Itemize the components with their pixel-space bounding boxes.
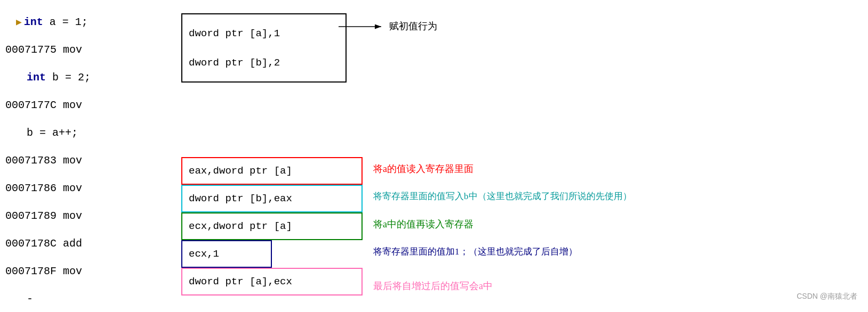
- source-text-3: b = a++;: [27, 127, 78, 139]
- box-green: ecx,dword ptr [a]: [181, 212, 363, 240]
- box-red-text: eax,dword ptr [a]: [189, 165, 292, 177]
- source-text-2: b = 2;: [46, 71, 91, 84]
- box-black-line1: dword ptr [a],1: [189, 28, 339, 39]
- addr-3: 00071783: [5, 154, 57, 167]
- box-black: dword ptr [a],1 dword ptr [b],2: [181, 13, 347, 83]
- mnemonic-3: mov: [63, 154, 82, 167]
- asm-line-5: 00071789 mov: [5, 202, 181, 229]
- source-text-1: a = 1;: [43, 16, 88, 28]
- arrow-indicator: ▶: [16, 16, 22, 28]
- mnemonic-4: mov: [63, 182, 82, 194]
- addr-7: 0007178F: [5, 265, 57, 277]
- source-line-4: -: [5, 285, 181, 312]
- addr-5: 00071789: [5, 210, 57, 222]
- asm-line-7: 0007178F mov: [5, 257, 181, 285]
- mnemonic-2: mov: [63, 99, 82, 111]
- asm-line-1: 00071775 mov: [5, 36, 181, 63]
- source-line-2: int b = 2;: [5, 63, 181, 91]
- box-black-label: 赋初值行为: [389, 20, 437, 32]
- source-text-4: -: [27, 293, 33, 305]
- box-cyan-text: dword ptr [b],eax: [189, 193, 292, 204]
- left-panel: ▶ int a = 1; 00071775 mov int b = 2; 000…: [0, 5, 181, 307]
- ann-text-green: 将a中的值再读入寄存器: [373, 218, 473, 231]
- mnemonic-5: mov: [63, 210, 82, 222]
- ann-text-cyan: 将寄存器里面的值写入b中（这里也就完成了我们所说的先使用）: [373, 190, 632, 202]
- ann-text-navy: 将寄存器里面的值加1；（这里也就完成了后自增）: [373, 245, 577, 258]
- box-pink: dword ptr [a],ecx: [181, 268, 363, 295]
- box-red: eax,dword ptr [a]: [181, 157, 363, 185]
- addr-4: 00071786: [5, 182, 57, 194]
- addr-6: 0007178C: [5, 237, 57, 250]
- source-line-1: ▶ int a = 1;: [5, 8, 181, 36]
- annotation-area: dword ptr [a],1 dword ptr [b],2 赋初值行为 ea…: [181, 8, 868, 307]
- addr-2: 0007177C: [5, 99, 57, 111]
- ann-text-pink: 最后将自增过后的值写会a中: [373, 280, 493, 292]
- watermark: CSDN @南猿北者: [797, 292, 857, 301]
- asm-line-3: 00071783 mov: [5, 146, 181, 174]
- right-panel: dword ptr [a],1 dword ptr [b],2 赋初值行为 ea…: [181, 5, 868, 307]
- mnemonic-7: mov: [63, 265, 82, 277]
- box-green-text: ecx,dword ptr [a]: [189, 220, 292, 232]
- asm-line-2: 0007177C mov: [5, 91, 181, 119]
- box-pink-text: dword ptr [a],ecx: [189, 276, 292, 288]
- asm-line-4: 00071786 mov: [5, 174, 181, 202]
- box-navy-text: ecx,1: [189, 248, 219, 260]
- mnemonic-1: mov: [63, 44, 82, 56]
- mnemonic-6: add: [63, 237, 82, 250]
- source-line-3: b = a++;: [5, 119, 181, 146]
- keyword-int-2: int: [27, 71, 46, 84]
- addr-1: 00071775: [5, 44, 57, 56]
- asm-line-6: 0007178C add: [5, 229, 181, 257]
- keyword-int-1: int: [24, 16, 43, 28]
- main-container: ▶ int a = 1; 00071775 mov int b = 2; 000…: [0, 0, 868, 312]
- box-navy: ecx,1: [181, 240, 272, 268]
- ann-text-red: 将a的值读入寄存器里面: [373, 162, 473, 175]
- box-black-line2: dword ptr [b],2: [189, 57, 339, 69]
- box-cyan: dword ptr [b],eax: [181, 185, 363, 212]
